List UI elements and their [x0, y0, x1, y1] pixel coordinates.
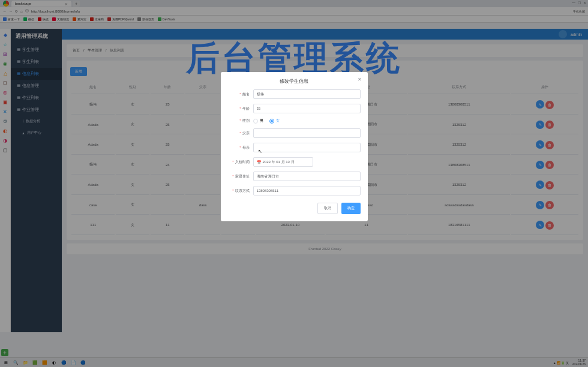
age-label: 年龄 [228, 106, 253, 112]
close-icon[interactable]: ✕ [358, 77, 362, 82]
age-input[interactable] [253, 104, 361, 113]
modal-title: 修改学生信息 [228, 78, 361, 89]
name-label: 姓名 [228, 92, 253, 97]
addr-label: 家庭住址 [228, 174, 253, 179]
confirm-button[interactable]: 确定 [341, 203, 361, 214]
edit-student-modal: 修改学生信息 ✕ 姓名 年龄 性别 男 女 ↖ 父亲 母亲 入校时间 [221, 72, 368, 221]
modal-overlay[interactable]: 修改学生信息 ✕ 姓名 年龄 性别 男 女 ↖ 父亲 母亲 入校时间 [0, 0, 588, 367]
sex-label: 性别 [228, 118, 253, 124]
addr-input[interactable] [253, 172, 361, 181]
radio-female[interactable]: 女 [269, 118, 280, 124]
phone-label: 联系方式 [228, 188, 253, 194]
name-input[interactable] [253, 89, 361, 99]
cancel-button[interactable]: 取消 [317, 203, 338, 214]
cursor-icon: ↖ [258, 149, 262, 154]
mother-label: 母亲 [228, 145, 253, 151]
radio-male[interactable]: 男 [253, 118, 263, 124]
phone-input[interactable] [253, 186, 361, 195]
mother-input[interactable] [253, 143, 361, 152]
date-picker[interactable]: 📅 2023 年 01 月 13 日 [253, 157, 313, 167]
calendar-icon: 📅 [257, 160, 261, 164]
father-label: 父亲 [228, 131, 253, 136]
date-label: 入校时间 [228, 160, 253, 165]
father-input[interactable] [253, 128, 361, 138]
